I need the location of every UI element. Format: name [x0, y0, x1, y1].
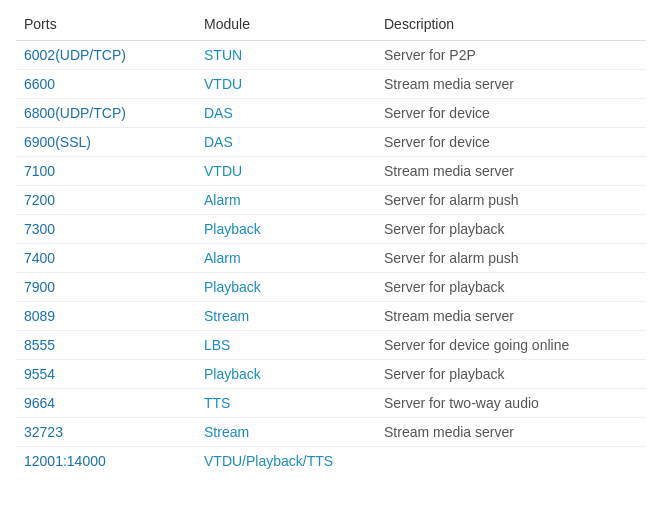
table-row: 7300PlaybackServer for playback [16, 215, 646, 244]
port-cell: 7200 [16, 186, 196, 215]
module-cell: DAS [196, 128, 376, 157]
table-row: 9554PlaybackServer for playback [16, 360, 646, 389]
port-cell: 6900(SSL) [16, 128, 196, 157]
module-cell: VTDU [196, 70, 376, 99]
description-cell: Server for P2P [376, 41, 646, 70]
description-cell: Server for device [376, 128, 646, 157]
description-cell: Server for playback [376, 273, 646, 302]
table-row: 6002(UDP/TCP)STUNServer for P2P [16, 41, 646, 70]
description-cell: Stream media server [376, 302, 646, 331]
description-cell: Server for alarm push [376, 186, 646, 215]
module-cell: Playback [196, 215, 376, 244]
description-cell: Server for two-way audio [376, 389, 646, 418]
table-row: 6900(SSL)DASServer for device [16, 128, 646, 157]
table-row: 7200AlarmServer for alarm push [16, 186, 646, 215]
port-cell: 6600 [16, 70, 196, 99]
port-cell: 12001:14000 [16, 447, 196, 476]
port-cell: 6002(UDP/TCP) [16, 41, 196, 70]
module-cell: LBS [196, 331, 376, 360]
description-cell: Stream media server [376, 418, 646, 447]
port-cell: 32723 [16, 418, 196, 447]
port-cell: 8555 [16, 331, 196, 360]
description-cell: Stream media server [376, 70, 646, 99]
table-row: 8555LBSServer for device going online [16, 331, 646, 360]
port-cell: 8089 [16, 302, 196, 331]
description-cell: Server for playback [376, 360, 646, 389]
port-cell: 7900 [16, 273, 196, 302]
port-cell: 7300 [16, 215, 196, 244]
table-row: 7100VTDUStream media server [16, 157, 646, 186]
description-cell: Stream media server [376, 157, 646, 186]
table-row: 12001:14000VTDU/Playback/TTS [16, 447, 646, 476]
description-cell: Server for device [376, 99, 646, 128]
col-header-module: Module [196, 10, 376, 41]
table-row: 7900PlaybackServer for playback [16, 273, 646, 302]
table-row: 9664TTSServer for two-way audio [16, 389, 646, 418]
col-header-description: Description [376, 10, 646, 41]
table-row: 8089StreamStream media server [16, 302, 646, 331]
port-cell: 6800(UDP/TCP) [16, 99, 196, 128]
col-header-ports: Ports [16, 10, 196, 41]
port-cell: 7400 [16, 244, 196, 273]
module-cell: Alarm [196, 186, 376, 215]
port-cell: 7100 [16, 157, 196, 186]
description-cell: Server for device going online [376, 331, 646, 360]
table-row: 6800(UDP/TCP)DASServer for device [16, 99, 646, 128]
table-row: 6600VTDUStream media server [16, 70, 646, 99]
module-cell: VTDU [196, 157, 376, 186]
port-cell: 9554 [16, 360, 196, 389]
module-cell: Stream [196, 418, 376, 447]
description-cell [376, 447, 646, 476]
module-cell: STUN [196, 41, 376, 70]
module-cell: Playback [196, 360, 376, 389]
port-cell: 9664 [16, 389, 196, 418]
table-row: 32723StreamStream media server [16, 418, 646, 447]
table-row: 7400AlarmServer for alarm push [16, 244, 646, 273]
module-cell: DAS [196, 99, 376, 128]
module-cell: Playback [196, 273, 376, 302]
module-cell: Stream [196, 302, 376, 331]
module-cell: Alarm [196, 244, 376, 273]
description-cell: Server for playback [376, 215, 646, 244]
description-cell: Server for alarm push [376, 244, 646, 273]
module-cell: TTS [196, 389, 376, 418]
module-cell: VTDU/Playback/TTS [196, 447, 376, 476]
ports-table: Ports Module Description 6002(UDP/TCP)ST… [16, 10, 646, 475]
